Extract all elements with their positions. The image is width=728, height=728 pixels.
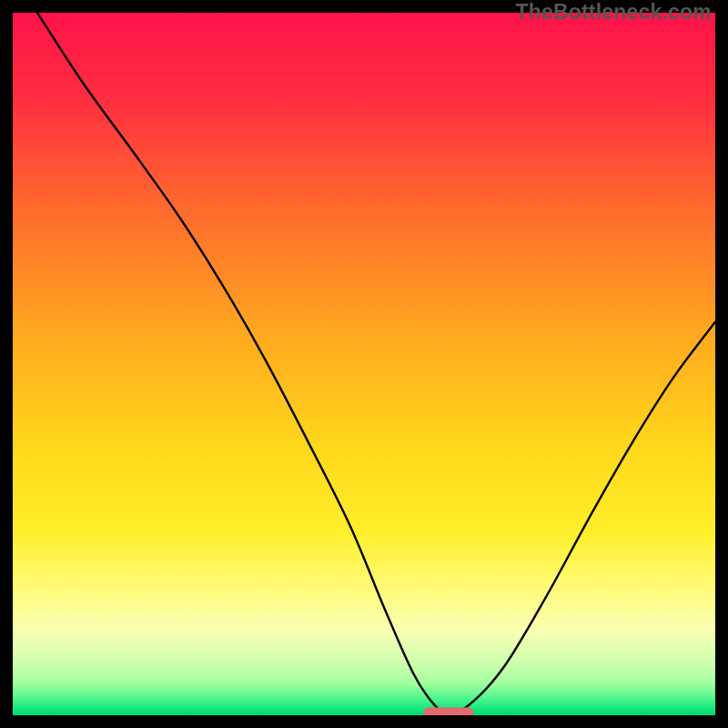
watermark-text: TheBottleneck.com [515, 0, 712, 25]
gradient-background [13, 13, 715, 715]
chart-svg [13, 13, 715, 715]
plot-area [13, 13, 715, 715]
optimal-marker [424, 708, 473, 715]
chart-frame: TheBottleneck.com [0, 0, 728, 728]
